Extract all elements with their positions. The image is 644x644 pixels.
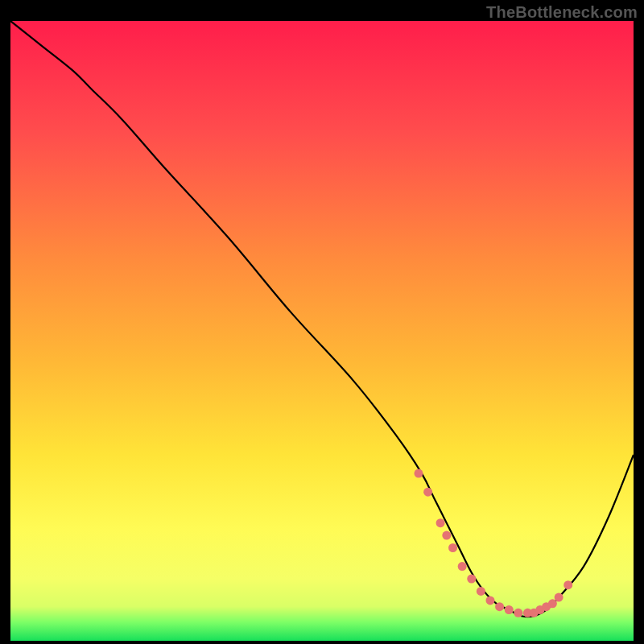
highlight-dot bbox=[442, 531, 451, 540]
highlight-dot bbox=[477, 587, 485, 596]
chart-svg bbox=[10, 21, 634, 641]
chart-frame: TheBottleneck.com bbox=[0, 0, 644, 644]
highlight-dot bbox=[514, 609, 522, 617]
highlight-dot bbox=[458, 562, 467, 571]
highlight-dot bbox=[505, 605, 514, 614]
highlight-dot bbox=[414, 469, 423, 478]
highlight-dot bbox=[436, 518, 445, 527]
watermark-text: TheBottleneck.com bbox=[486, 3, 638, 22]
highlight-dot bbox=[423, 488, 432, 497]
highlight-dot bbox=[485, 596, 494, 605]
highlight-dot bbox=[495, 602, 504, 611]
plot-area bbox=[10, 21, 634, 641]
gradient-rect bbox=[10, 21, 634, 641]
highlight-dot bbox=[564, 580, 572, 589]
highlight-dot bbox=[448, 543, 457, 552]
highlight-dot bbox=[467, 575, 476, 584]
highlight-dot bbox=[555, 593, 564, 602]
